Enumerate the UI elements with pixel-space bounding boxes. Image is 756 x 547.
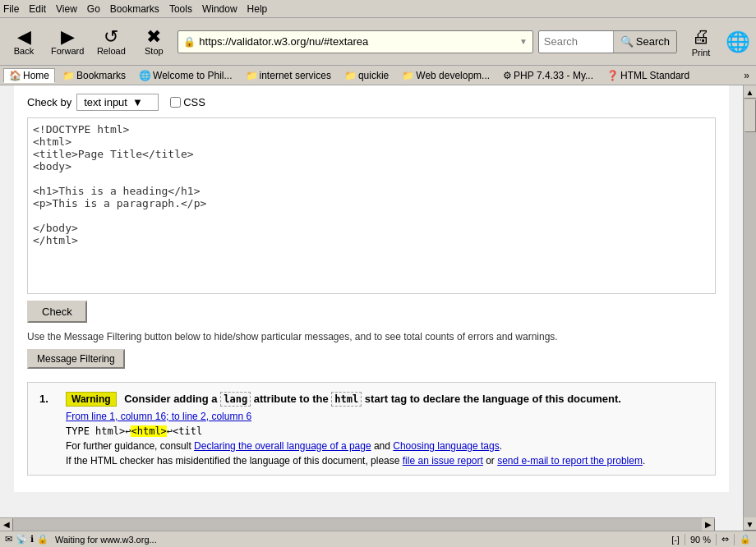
statusbar-lock-icon: 🔒 — [37, 534, 48, 545]
home-icon: 🏠 — [9, 70, 21, 81]
statusbar-separator2 — [716, 534, 717, 545]
bookmark-html-standard[interactable]: ❓ HTML Standard — [601, 68, 695, 83]
guidance-link1[interactable]: Declaring the overall language of a page — [194, 440, 371, 452]
message-filtering-button[interactable]: Message Filtering — [27, 349, 125, 369]
bookmark-welcome-label: Welcome to Phil... — [153, 70, 232, 81]
warning-msg-part2: attribute to the — [251, 393, 331, 405]
print-label: Print — [692, 48, 711, 57]
bookmark-bookmarks-label: Bookmarks — [76, 70, 126, 81]
code-line: TYPE html>↩<html>↩<titl — [66, 425, 703, 437]
main-content: Check by text input ▼ CSS Check Use the … — [0, 85, 756, 531]
validator-page: Check by text input ▼ CSS Check Use the … — [14, 85, 729, 492]
code-highlight: <html> — [131, 425, 166, 437]
statusbar-envelope-icon: ✉ — [5, 534, 12, 545]
check-by-select[interactable]: text input ▼ — [76, 94, 159, 111]
menu-help[interactable]: Help — [247, 3, 268, 15]
statusbar-expand-icon: ⇔ — [721, 534, 729, 545]
address-input[interactable] — [199, 35, 516, 48]
search-input[interactable] — [539, 34, 613, 49]
forward-icon: ▶ — [61, 28, 75, 46]
warning-message: Consider adding a lang attribute to the … — [124, 393, 621, 405]
reload-icon: ↺ — [104, 28, 118, 46]
horizontal-scrollbar: ◀ ▶ — [0, 517, 715, 531]
guidance-link2[interactable]: Choosing language tags — [393, 440, 499, 452]
bookmark-internet[interactable]: 📁 internet services — [240, 68, 337, 83]
scroll-track[interactable] — [744, 99, 756, 517]
bookmarks-more-icon[interactable]: » — [740, 69, 753, 82]
address-bar[interactable]: 🔒 ▼ — [177, 30, 532, 53]
bookmark-php-label: PHP 7.4.33 - My... — [514, 70, 593, 81]
menu-go[interactable]: Go — [87, 3, 100, 15]
scroll-right-button[interactable]: ▶ — [702, 518, 715, 531]
back-button[interactable]: ◀ Back — [5, 26, 43, 57]
result-body: Warning Consider adding a lang attribute… — [66, 391, 703, 467]
check-button[interactable]: Check — [27, 301, 87, 323]
menu-view[interactable]: View — [56, 3, 77, 15]
bookmark-bookmarks[interactable]: 📁 Bookmarks — [57, 68, 131, 83]
textarea-wrapper — [27, 117, 716, 294]
misid-link3[interactable]: file an issue report — [403, 455, 483, 467]
statusbar-icons: ✉ 📡 ℹ 🔒 — [5, 534, 48, 545]
bookmark-home[interactable]: 🏠 Home — [3, 68, 55, 83]
statusbar-status-text: Waiting for www.w3.org... — [55, 535, 665, 545]
bookmark-webdev[interactable]: 📁 Web developm... — [396, 68, 496, 83]
forward-button[interactable]: ▶ Forward — [48, 26, 87, 57]
misid-prefix: If the HTML checker has misidentified th… — [66, 455, 403, 467]
stop-button[interactable]: ✖ Stop — [135, 26, 173, 57]
filter-message: Use the Message Filtering button below t… — [27, 331, 716, 342]
warning-code1: lang — [220, 392, 251, 407]
misid-text: If the HTML checker has misidentified th… — [66, 455, 703, 467]
bookmark-quickie[interactable]: 📁 quickie — [339, 68, 394, 83]
bookmarks-bar: 🏠 Home 📁 Bookmarks 🌐 Welcome to Phil... … — [0, 66, 756, 85]
bookmark-welcome[interactable]: 🌐 Welcome to Phil... — [133, 68, 237, 83]
address-dropdown-icon[interactable]: ▼ — [519, 37, 528, 46]
statusbar-separator — [685, 534, 685, 545]
statusbar: ✉ 📡 ℹ 🔒 Waiting for www.w3.org... [-] 90… — [0, 531, 756, 547]
scroll-down-button[interactable]: ▼ — [744, 517, 757, 531]
menu-file[interactable]: File — [3, 3, 19, 15]
check-by-row: Check by text input ▼ CSS — [27, 94, 716, 111]
globe-button[interactable]: 🌐 — [725, 29, 751, 55]
search-icon: 🔍 — [620, 35, 634, 48]
quickie-icon: 📁 — [344, 70, 357, 81]
toolbar: ◀ Back ▶ Forward ↺ Reload ✖ Stop 🔒 ▼ 🔍 S… — [0, 18, 756, 66]
print-icon: 🖨 — [692, 26, 710, 48]
guidance-prefix: For further guidance, consult — [66, 440, 194, 452]
print-button[interactable]: 🖨 Print — [682, 26, 720, 57]
scroll-left-button[interactable]: ◀ — [0, 518, 13, 531]
php-icon: ⚙ — [503, 70, 512, 81]
statusbar-info-icon: ℹ — [30, 534, 34, 545]
code-textarea[interactable] — [28, 118, 715, 291]
internet-icon: 📁 — [246, 70, 258, 81]
scroll-up-button[interactable]: ▲ — [744, 85, 757, 99]
menu-window[interactable]: Window — [202, 3, 237, 15]
guidance-text: For further guidance, consult Declaring … — [66, 440, 703, 452]
misid-connector: or — [483, 455, 497, 467]
result-number: 1. — [39, 391, 56, 467]
scroll-thumb[interactable] — [744, 99, 756, 132]
search-label: Search — [636, 35, 670, 48]
check-by-label: Check by — [27, 96, 71, 108]
statusbar-rss-icon: 📡 — [16, 534, 27, 545]
warning-badge: Warning — [66, 392, 117, 407]
search-box: 🔍 Search — [538, 30, 677, 53]
reload-button[interactable]: ↺ Reload — [92, 26, 130, 57]
forward-label: Forward — [51, 46, 84, 56]
bookmark-webdev-label: Web developm... — [416, 70, 490, 81]
menu-tools[interactable]: Tools — [169, 3, 192, 15]
location-link[interactable]: From line 1, column 16; to line 2, colum… — [66, 411, 703, 422]
bookmark-html-standard-label: HTML Standard — [620, 70, 689, 81]
horiz-track[interactable] — [13, 518, 702, 531]
bookmark-quickie-label: quickie — [358, 70, 389, 81]
menu-edit[interactable]: Edit — [29, 3, 46, 15]
vertical-scrollbar: ▲ ▼ — [743, 85, 756, 531]
bookmark-php[interactable]: ⚙ PHP 7.4.33 - My... — [497, 68, 599, 83]
bookmarks-icon: 📁 — [62, 70, 75, 81]
warning-msg-part3: start tag to declare the language of thi… — [362, 393, 621, 405]
result-item: 1. Warning Consider adding a lang attrib… — [39, 391, 703, 467]
results-section: 1. Warning Consider adding a lang attrib… — [27, 382, 716, 476]
menu-bookmarks[interactable]: Bookmarks — [110, 3, 159, 15]
search-button[interactable]: 🔍 Search — [613, 31, 676, 53]
css-checkbox-input[interactable] — [170, 97, 181, 108]
misid-link4[interactable]: send e-mail to report the problem — [497, 455, 643, 467]
